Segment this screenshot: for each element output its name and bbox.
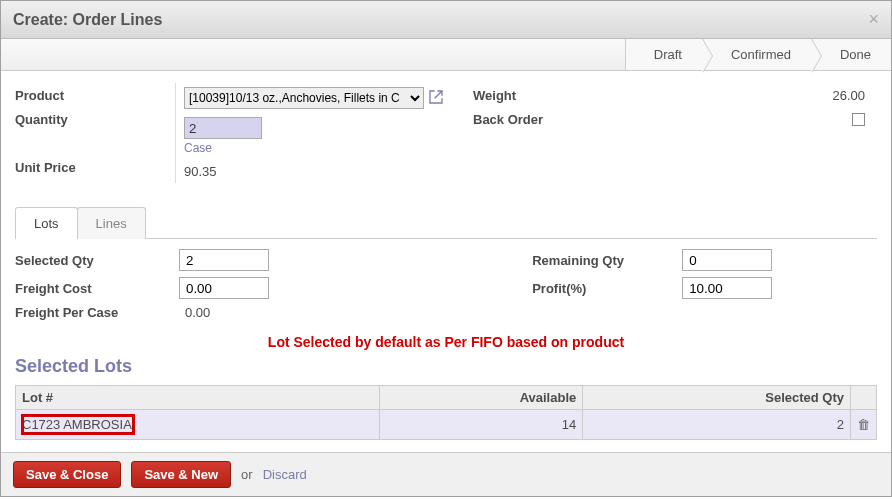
unit-price-label: Unit Price: [15, 155, 175, 179]
selected-lots-heading: Selected Lots: [15, 356, 877, 377]
save-close-button[interactable]: Save & Close: [13, 461, 121, 488]
profit-input[interactable]: [682, 277, 772, 299]
weight-value: 26.00: [673, 83, 865, 107]
freight-cost-label: Freight Cost: [15, 281, 179, 296]
freight-cost-input[interactable]: [179, 277, 269, 299]
tab-strip: Lots Lines: [15, 207, 877, 239]
status-draft[interactable]: Draft: [625, 39, 702, 70]
freight-per-case-value: 0.00: [179, 305, 210, 320]
available-cell: 14: [380, 410, 583, 440]
dialog-title: Create: Order Lines: [13, 11, 162, 29]
col-available[interactable]: Available: [380, 386, 583, 410]
selected-qty-label: Selected Qty: [15, 253, 179, 268]
remaining-qty-input[interactable]: [682, 249, 772, 271]
status-done[interactable]: Done: [811, 39, 891, 70]
selected-qty-input[interactable]: [179, 249, 269, 271]
order-lines-dialog: Create: Order Lines × Draft Confirmed Do…: [0, 0, 892, 497]
product-label: Product: [15, 83, 175, 107]
lots-table: Lot # Available Selected Qty C1723 AMBRO…: [15, 385, 877, 440]
quantity-input[interactable]: [184, 117, 262, 139]
quantity-uom[interactable]: Case: [184, 139, 453, 155]
status-bar: Draft Confirmed Done: [1, 39, 891, 71]
discard-link[interactable]: Discard: [263, 467, 307, 482]
weight-label: Weight: [473, 83, 673, 107]
profit-label: Profit(%): [532, 281, 682, 296]
save-new-button[interactable]: Save & New: [131, 461, 231, 488]
status-confirmed[interactable]: Confirmed: [702, 39, 811, 70]
table-row[interactable]: C1723 AMBROSIA 14 2 🗑: [16, 410, 877, 440]
tab-lines[interactable]: Lines: [77, 207, 146, 239]
col-delete: [851, 386, 877, 410]
lots-tab-body: Selected Qty Freight Cost Freight Per Ca…: [15, 239, 877, 446]
form-top: Product Quantity Unit Price [10039]10/13…: [15, 83, 877, 183]
external-link-icon[interactable]: [428, 89, 444, 108]
dialog-body: Product Quantity Unit Price [10039]10/13…: [1, 71, 891, 452]
back-order-label: Back Order: [473, 107, 673, 131]
back-order-checkbox[interactable]: [852, 113, 865, 126]
close-icon[interactable]: ×: [868, 9, 879, 30]
quantity-label: Quantity: [15, 107, 175, 131]
freight-per-case-label: Freight Per Case: [15, 305, 179, 320]
selected-cell[interactable]: 2: [583, 410, 851, 440]
col-selected[interactable]: Selected Qty: [583, 386, 851, 410]
dialog-titlebar: Create: Order Lines ×: [1, 1, 891, 39]
product-select[interactable]: [10039]10/13 oz.,Anchovies, Fillets in C: [184, 87, 424, 109]
dialog-footer: Save & Close Save & New or Discard: [1, 452, 891, 496]
unit-price-value: 90.35: [184, 159, 453, 183]
fifo-annotation: Lot Selected by default as Per FIFO base…: [15, 334, 877, 350]
col-lot[interactable]: Lot #: [16, 386, 380, 410]
tab-lots[interactable]: Lots: [15, 207, 78, 239]
or-label: or: [241, 467, 253, 482]
lot-number-cell: C1723 AMBROSIA: [22, 415, 134, 434]
trash-icon[interactable]: 🗑: [857, 417, 870, 432]
remaining-qty-label: Remaining Qty: [532, 253, 682, 268]
